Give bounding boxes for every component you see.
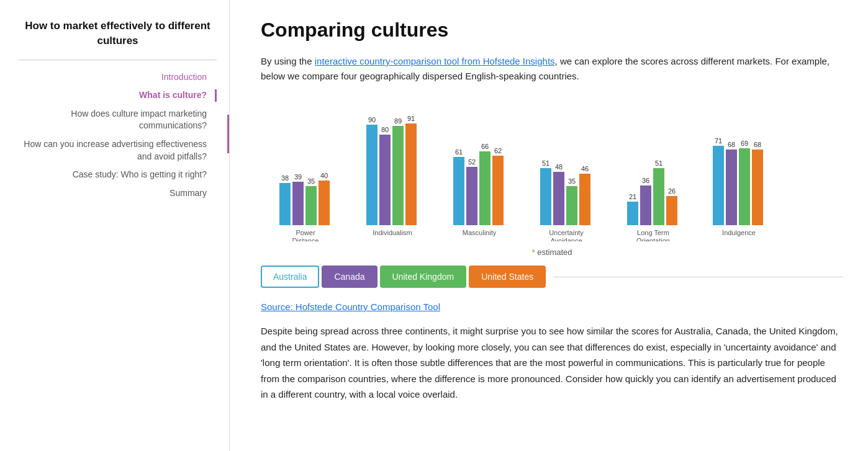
svg-text:38: 38: [281, 174, 289, 182]
svg-text:71: 71: [715, 137, 722, 145]
svg-text:51: 51: [655, 159, 662, 167]
svg-text:89: 89: [394, 117, 402, 125]
svg-rect-4: [305, 186, 317, 225]
svg-text:Masculinity: Masculinity: [463, 229, 497, 236]
sidebar-divider: [19, 60, 217, 60]
group-indulgence: 71 68 69 68 Indulgence: [713, 137, 763, 236]
intro-paragraph: By using the interactive country-compari…: [261, 54, 843, 84]
svg-text:61: 61: [455, 148, 463, 156]
svg-text:80: 80: [381, 126, 389, 133]
group-uncertainty: 51 48 35 46 Uncertainty Avoidance: [540, 159, 590, 241]
svg-text:26: 26: [668, 187, 676, 195]
svg-rect-34: [579, 174, 590, 225]
svg-text:35: 35: [568, 177, 576, 185]
svg-rect-28: [540, 168, 551, 225]
group-individualism: 90 80 89 91 Individualism: [366, 115, 417, 236]
svg-rect-6: [319, 181, 330, 225]
pill-canada[interactable]: Canada: [322, 266, 377, 288]
source-link[interactable]: Source: Hofstede Country Comparison Tool: [261, 301, 440, 312]
svg-rect-50: [726, 150, 737, 225]
svg-rect-40: [640, 185, 651, 225]
svg-rect-16: [405, 123, 417, 225]
svg-text:62: 62: [494, 147, 502, 154]
svg-text:48: 48: [555, 163, 563, 171]
svg-text:90: 90: [368, 116, 376, 123]
svg-rect-21: [466, 167, 477, 225]
sidebar-item-summary[interactable]: Summary: [19, 187, 217, 200]
svg-rect-54: [752, 150, 763, 225]
svg-rect-42: [653, 168, 664, 225]
svg-rect-25: [492, 156, 504, 225]
svg-rect-30: [553, 172, 564, 225]
sidebar-item-introduction[interactable]: Introduction: [19, 71, 217, 84]
group-masculinity: 61 52 66 62 Masculinity: [453, 143, 504, 236]
svg-rect-52: [739, 148, 750, 225]
sidebar-item-what-is-culture[interactable]: What is culture?: [19, 89, 217, 102]
svg-rect-23: [479, 151, 491, 225]
sidebar-item-increase[interactable]: How can you increase advertising effecti…: [19, 138, 217, 163]
svg-text:Distance: Distance: [292, 237, 319, 241]
svg-text:Uncertainty: Uncertainty: [549, 229, 584, 236]
svg-text:Avoidance: Avoidance: [550, 237, 582, 241]
svg-rect-44: [666, 196, 677, 225]
sidebar-item-impact[interactable]: How does culture impact marketing commun…: [19, 108, 217, 132]
svg-text:46: 46: [581, 165, 589, 172]
svg-text:39: 39: [294, 173, 302, 181]
svg-rect-10: [366, 125, 377, 225]
svg-rect-32: [566, 186, 577, 225]
hofstede-link[interactable]: interactive country-comparison tool from…: [315, 56, 555, 66]
nav-list: Introduction What is culture? How does c…: [19, 71, 217, 200]
pill-us[interactable]: United States: [469, 266, 546, 288]
main-content: Comparing cultures By using the interact…: [230, 0, 868, 451]
pills-line: [553, 277, 843, 277]
estimated-text: estimated: [537, 248, 572, 257]
group-long-term: 21 36 51 26 Long Term Orientation: [627, 159, 677, 241]
svg-text:21: 21: [629, 193, 636, 200]
svg-text:51: 51: [542, 159, 549, 167]
svg-text:Individualism: Individualism: [373, 229, 412, 236]
svg-text:69: 69: [741, 140, 748, 147]
svg-rect-38: [627, 202, 638, 225]
body-text: Despite being spread across three contin…: [261, 323, 843, 403]
sidebar-item-case-study[interactable]: Case study: Who is getting it right?: [19, 169, 217, 181]
svg-rect-48: [713, 146, 724, 225]
sidebar-title: How to market effectively to different c…: [19, 19, 217, 48]
estimated-note: * estimated: [261, 248, 843, 257]
svg-text:91: 91: [407, 115, 415, 122]
bar-chart-container: // This script is for documentation only…: [261, 99, 843, 241]
pill-australia[interactable]: Australia: [261, 266, 319, 288]
source-link-paragraph: Source: Hofstede Country Comparison Tool: [261, 301, 843, 312]
svg-text:68: 68: [754, 141, 761, 148]
svg-text:52: 52: [468, 158, 476, 166]
svg-text:Indulgence: Indulgence: [722, 229, 756, 236]
svg-rect-0: [279, 183, 291, 225]
svg-rect-2: [292, 182, 304, 225]
svg-text:Power: Power: [296, 229, 315, 236]
group-power-distance: 38 39 35 40 Power Distance: [279, 172, 330, 241]
intro-text-before: By using the: [261, 56, 315, 66]
svg-rect-12: [379, 135, 391, 225]
pill-uk[interactable]: United Kingdom: [380, 266, 467, 288]
asterisk: *: [531, 248, 535, 257]
svg-rect-14: [392, 126, 404, 225]
svg-text:Long Term: Long Term: [637, 229, 669, 236]
svg-text:35: 35: [307, 177, 315, 185]
bar-chart: // This script is for documentation only…: [261, 99, 770, 241]
svg-text:40: 40: [320, 172, 328, 179]
country-pills: Australia Canada United Kingdom United S…: [261, 266, 843, 288]
sidebar: How to market effectively to different c…: [0, 0, 230, 451]
svg-text:66: 66: [481, 143, 489, 150]
svg-text:36: 36: [642, 177, 649, 184]
svg-text:68: 68: [728, 141, 735, 148]
page-heading: Comparing cultures: [261, 19, 843, 42]
active-indicator: [227, 115, 229, 153]
svg-rect-19: [453, 157, 464, 225]
svg-text:Orientation: Orientation: [636, 237, 670, 241]
